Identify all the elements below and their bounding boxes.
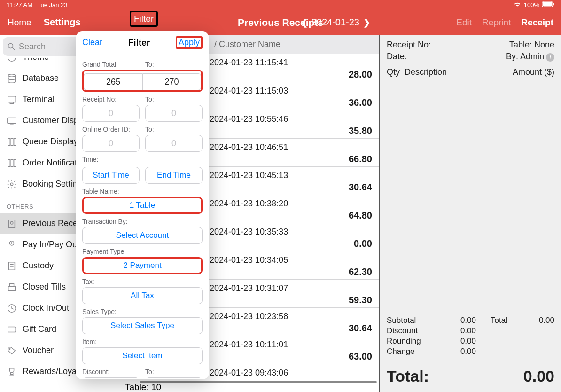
till-icon <box>7 282 17 292</box>
cash-icon <box>7 240 17 250</box>
rounding-value: 0.00 <box>448 337 476 346</box>
receipt-time: 2024-01-23 10:38:20 <box>210 199 288 209</box>
receipt-amount: 63.00 <box>349 351 372 362</box>
filter-apply-label: Apply <box>179 38 200 47</box>
sidebar-item-label: Booking Setting <box>23 179 82 189</box>
end-time-button[interactable]: End Time <box>145 167 203 184</box>
clock-icon <box>7 303 17 314</box>
receipt-no-from-input[interactable]: 0 <box>82 105 140 122</box>
home-button[interactable]: Home <box>8 17 31 28</box>
receipt-panel: Receipt No: Table: None Date: By: Admini… <box>380 35 561 392</box>
rounding-label: Rounding <box>387 337 448 346</box>
sidebar-item-label: Theme <box>23 58 49 62</box>
filter-title: Filter <box>128 38 150 48</box>
sidebar-item-label: Customer Displ <box>23 116 80 125</box>
grand-total-from-input[interactable]: 265 <box>84 73 142 90</box>
svg-line-4 <box>13 48 15 50</box>
receipt-amount: 30.64 <box>349 323 372 334</box>
palette-icon <box>7 58 17 63</box>
grand-total-to-input[interactable]: 270 <box>142 73 201 90</box>
sidebar-item-label: Terminal <box>23 94 55 104</box>
footer-table-label: Table: 10 <box>125 382 161 392</box>
sidebar-item-label: Previous Recei <box>23 219 79 228</box>
receipt-no-label: Receipt No: <box>82 95 140 103</box>
receipt-amount: 36.00 <box>349 97 372 108</box>
svg-rect-21 <box>9 220 15 227</box>
filter-button[interactable]: Filter <box>130 11 158 27</box>
edit-button[interactable]: Edit <box>456 17 472 28</box>
prev-day-button[interactable]: ❮ <box>301 17 308 28</box>
subtotal-value: 0.00 <box>448 316 476 325</box>
notification-icon <box>7 158 17 168</box>
time-label: Time: <box>82 156 203 163</box>
svg-rect-15 <box>11 138 13 145</box>
total-value: 0.00 <box>526 316 554 325</box>
receipt-amount: 62.30 <box>349 267 372 277</box>
svg-rect-2 <box>553 3 554 5</box>
receipt-no-to-input[interactable]: 0 <box>145 105 203 122</box>
receipt-tab[interactable]: Receipt <box>521 17 553 28</box>
receipt-amount: 66.80 <box>349 154 372 165</box>
settings-title: Settings <box>44 17 81 28</box>
sidebar-item-label: Pay In/Pay Out <box>23 240 79 250</box>
sidebar-item-label: Database <box>23 73 59 83</box>
receipt-time: 2024-01-23 10:34:05 <box>210 255 288 265</box>
info-icon[interactable]: i <box>546 53 554 62</box>
date-label: Date: <box>387 52 407 62</box>
svg-rect-11 <box>10 102 13 103</box>
search-placeholder: Search <box>19 42 46 52</box>
item-select[interactable]: Select Item <box>82 347 203 364</box>
amount-header: Amount ($) <box>513 67 554 77</box>
filter-apply-button[interactable]: Apply <box>176 36 203 49</box>
reprint-button[interactable]: Reprint <box>482 17 511 28</box>
to-label: To: <box>145 368 203 376</box>
to-label: To: <box>145 95 203 103</box>
receipt-time: 2024-01-23 11:15:41 <box>210 58 288 68</box>
sidebar-item-label: Closed Tills <box>23 282 66 292</box>
svg-rect-18 <box>11 159 13 166</box>
svg-rect-1 <box>543 2 552 6</box>
receipt-amount: 35.80 <box>349 125 372 136</box>
start-time-button[interactable]: Start Time <box>82 167 140 184</box>
tax-select[interactable]: All Tax <box>82 287 203 304</box>
svg-point-9 <box>8 74 16 77</box>
discount-from-input[interactable]: 0.00 <box>82 377 140 378</box>
online-id-from-input[interactable]: 0 <box>82 135 140 152</box>
discount-from-label: Discount: <box>82 368 140 376</box>
receipt-time: 2024-01-23 11:15:03 <box>210 86 288 96</box>
total-label: Total <box>476 316 526 325</box>
sidebar-item-label: Rewards/Loyalt <box>23 367 81 376</box>
transaction-by-select[interactable]: Select Account <box>82 227 203 244</box>
sidebar-item-label: Order Notificati <box>23 158 79 168</box>
display-icon <box>7 116 17 126</box>
next-day-button[interactable]: ❯ <box>363 17 370 28</box>
svg-rect-10 <box>8 96 16 102</box>
grand-total-label: Total: <box>387 367 429 385</box>
wifi-icon <box>514 1 521 8</box>
by-label: By: <box>506 52 518 61</box>
scroll-indicator <box>140 381 377 383</box>
payment-type-select[interactable]: 2 Payment <box>82 257 203 274</box>
online-id-to-input[interactable]: 0 <box>145 135 203 152</box>
discount-value: 0.00 <box>448 326 476 336</box>
battery-text: 100% <box>524 1 539 8</box>
receipt-totals: Subtotal0.00Total0.00 Discount0.00 Round… <box>387 315 554 356</box>
sidebar-item-label: Clock In/Out <box>23 303 69 313</box>
filter-clear-button[interactable]: Clear <box>82 38 102 47</box>
trophy-icon <box>7 367 17 377</box>
table-label: Table: <box>509 40 532 49</box>
subtotal-label: Subtotal <box>387 316 448 325</box>
header-date[interactable]: 2024-01-23 <box>312 17 359 28</box>
gear-icon <box>7 179 17 189</box>
sales-type-select[interactable]: Select Sales Type <box>82 317 203 334</box>
svg-rect-19 <box>14 159 16 166</box>
discount-to-input[interactable]: 0.00 <box>145 377 203 378</box>
status-date: Tue Jan 23 <box>37 1 68 8</box>
receipt-amount: 28.00 <box>349 69 372 80</box>
tax-label: Tax: <box>82 278 203 285</box>
grand-total-value: 0.00 <box>523 367 554 385</box>
receipt-no-label: Receipt No: <box>387 40 431 50</box>
sidebar-item-label: Gift Card <box>23 324 56 334</box>
svg-rect-12 <box>8 118 16 123</box>
table-name-select[interactable]: 1 Table <box>82 197 203 214</box>
